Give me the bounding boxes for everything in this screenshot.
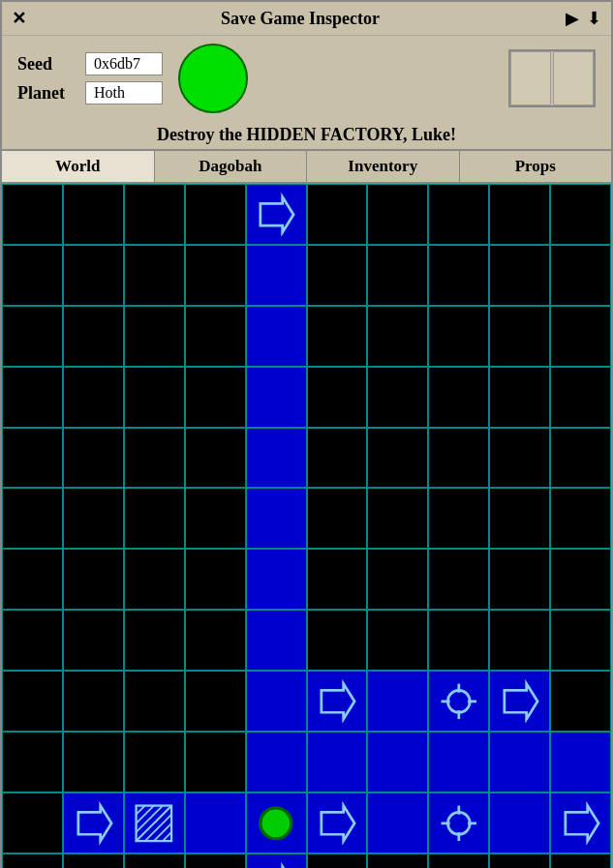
svg-line-12 <box>137 805 145 814</box>
svg-marker-21 <box>322 805 354 841</box>
grid-cell <box>185 245 246 306</box>
grid-cell <box>550 184 611 245</box>
grid-cell <box>550 732 611 793</box>
grid-cell <box>367 306 428 367</box>
grid-cell <box>185 610 246 671</box>
grid-cell <box>124 671 185 732</box>
grid-cell <box>307 793 368 853</box>
tab-world[interactable]: World <box>2 149 155 182</box>
grid-cell <box>367 732 428 793</box>
grid-cell <box>367 245 428 306</box>
svg-marker-7 <box>505 683 537 719</box>
tab-inventory[interactable]: Inventory <box>307 151 460 182</box>
grid-cell <box>428 306 489 367</box>
grid-cell <box>428 732 489 793</box>
grid-cell <box>2 245 63 306</box>
grid-cell <box>550 245 611 306</box>
svg-marker-27 <box>566 805 598 841</box>
grid-cell <box>367 367 428 428</box>
grid-cell <box>367 610 428 671</box>
world-grid-area <box>2 184 611 868</box>
grid-cell <box>63 184 124 245</box>
preview-inner-left <box>510 51 551 105</box>
grid-cell <box>63 549 124 610</box>
grid-cell <box>307 428 368 489</box>
grid-cell <box>2 184 63 245</box>
window-title: Save Game Inspector <box>35 9 566 29</box>
download-icon[interactable]: ⬇ <box>587 8 601 29</box>
main-window: ✕ Save Game Inspector ▶ ⬇ Seed 0x6db7 Pl… <box>0 0 613 868</box>
grid-cell <box>185 184 246 245</box>
grid-cell <box>428 367 489 428</box>
grid-cell <box>2 610 63 671</box>
grid-cell <box>2 488 63 549</box>
grid-cell <box>489 306 550 367</box>
grid-cell <box>489 488 550 549</box>
grid-cell <box>489 853 550 868</box>
grid-cell <box>428 488 489 549</box>
grid-cell <box>185 549 246 610</box>
grid-cell <box>246 793 307 853</box>
grid-cell <box>550 793 611 853</box>
grid-cell <box>246 367 307 428</box>
svg-marker-0 <box>261 196 293 232</box>
grid-cell <box>307 610 368 671</box>
close-button[interactable]: ✕ <box>12 8 35 29</box>
grid-cell <box>489 549 550 610</box>
grid-cell <box>124 488 185 549</box>
play-icon[interactable]: ▶ <box>566 8 579 29</box>
grid-cell <box>185 367 246 428</box>
grid-cell <box>367 671 428 732</box>
seed-label: Seed <box>17 54 76 75</box>
grid-cell <box>550 306 611 367</box>
grid-cell <box>246 184 307 245</box>
grid-cell <box>550 853 611 868</box>
grid-cell <box>124 306 185 367</box>
grid-cell <box>185 853 246 868</box>
svg-marker-8 <box>77 805 110 841</box>
title-bar: ✕ Save Game Inspector ▶ ⬇ <box>2 2 611 36</box>
grid-cell <box>63 610 124 671</box>
grid-cell <box>307 245 368 306</box>
preview-inner-right <box>553 51 594 105</box>
grid-cell <box>63 793 124 853</box>
grid-cell <box>2 549 63 610</box>
tab-bar: World Dagobah Inventory Props <box>2 149 611 184</box>
grid-cell <box>124 367 185 428</box>
grid-cell <box>428 671 489 732</box>
grid-cell <box>2 853 63 868</box>
grid-cell <box>185 732 246 793</box>
grid-cell <box>550 549 611 610</box>
grid-cell <box>367 488 428 549</box>
grid-cell <box>367 853 428 868</box>
grid-cell <box>367 428 428 489</box>
svg-point-20 <box>261 807 291 838</box>
grid-cell <box>367 793 428 853</box>
grid-cell <box>124 610 185 671</box>
grid-cell <box>367 549 428 610</box>
grid-cell <box>246 549 307 610</box>
grid-cell <box>246 488 307 549</box>
grid-cell <box>428 549 489 610</box>
grid-cell <box>489 671 550 732</box>
grid-cell <box>367 184 428 245</box>
grid-cell <box>307 367 368 428</box>
svg-marker-1 <box>322 683 354 719</box>
grid-cell <box>246 428 307 489</box>
svg-point-22 <box>447 812 470 834</box>
grid-cell <box>2 671 63 732</box>
grid-cell <box>2 428 63 489</box>
grid-cell <box>2 793 63 853</box>
grid-cell <box>307 671 368 732</box>
planet-indicator <box>178 44 248 113</box>
grid-cell <box>124 732 185 793</box>
grid-cell <box>124 853 185 868</box>
grid-cell <box>2 306 63 367</box>
grid-cell <box>63 367 124 428</box>
tab-props[interactable]: Props <box>460 151 612 182</box>
grid-cell <box>63 488 124 549</box>
tab-dagobah[interactable]: Dagobah <box>155 151 308 182</box>
svg-line-15 <box>154 823 171 840</box>
grid-cell <box>246 610 307 671</box>
grid-cell <box>428 853 489 868</box>
